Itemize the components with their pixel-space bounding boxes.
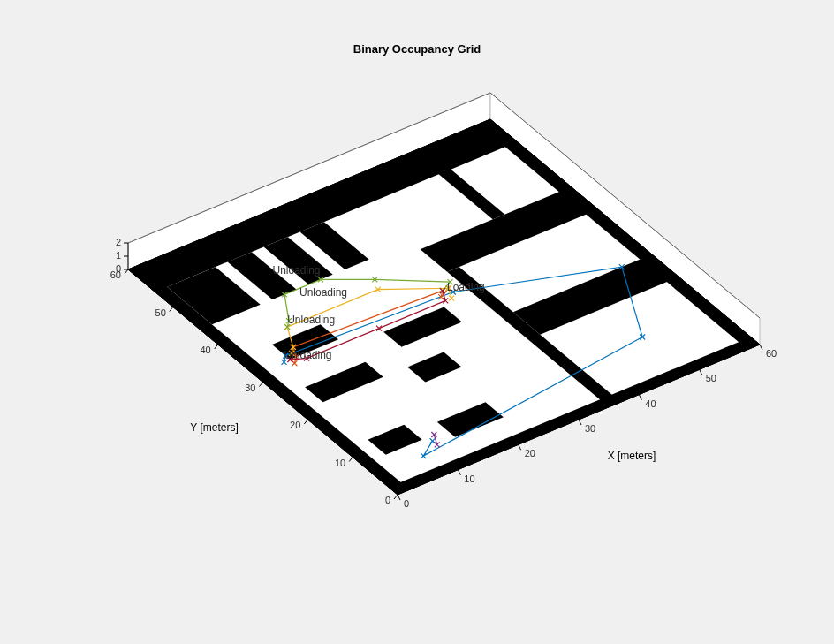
svg-line-35 xyxy=(760,345,762,350)
svg-line-25 xyxy=(458,470,460,475)
svg-line-37 xyxy=(394,495,398,499)
svg-text:0: 0 xyxy=(404,498,409,509)
svg-text:20: 20 xyxy=(290,420,300,430)
svg-line-47 xyxy=(170,307,173,312)
svg-text:10: 10 xyxy=(335,458,345,468)
svg-text:50: 50 xyxy=(706,373,716,383)
svg-line-43 xyxy=(260,383,263,387)
svg-text:10: 10 xyxy=(464,474,474,484)
svg-text:20: 20 xyxy=(525,448,535,458)
svg-text:2: 2 xyxy=(116,237,121,247)
svg-text:40: 40 xyxy=(200,345,210,355)
svg-text:Y [meters]: Y [meters] xyxy=(190,421,238,434)
svg-line-39 xyxy=(349,458,353,462)
svg-text:50: 50 xyxy=(155,307,166,318)
svg-line-31 xyxy=(639,395,641,400)
svg-line-23 xyxy=(398,495,400,500)
svg-line-29 xyxy=(579,420,581,425)
axes-svg: 01020304050600102030405060012X [meters]Y… xyxy=(62,35,786,601)
map-annotation: Loading xyxy=(447,281,485,293)
svg-text:30: 30 xyxy=(245,383,255,393)
axes-3d[interactable]: 01020304050600102030405060012X [meters]Y… xyxy=(62,35,786,601)
svg-line-41 xyxy=(304,420,307,424)
svg-text:40: 40 xyxy=(645,398,656,409)
svg-line-45 xyxy=(215,345,218,349)
svg-line-49 xyxy=(125,269,128,274)
svg-line-27 xyxy=(519,444,521,450)
svg-text:30: 30 xyxy=(585,423,595,434)
map-annotation: Unloading xyxy=(299,286,347,299)
map-annotation: Unloading xyxy=(273,264,321,277)
matlab-figure: Binary Occupancy Grid 010203040506001020… xyxy=(0,0,834,644)
map-annotation: Unloading xyxy=(287,314,335,326)
svg-text:X [meters]: X [meters] xyxy=(608,450,656,462)
svg-text:0: 0 xyxy=(385,495,390,505)
map-annotation: Unloading xyxy=(284,349,332,361)
svg-text:1: 1 xyxy=(116,250,121,261)
svg-line-33 xyxy=(700,369,702,375)
svg-text:0: 0 xyxy=(116,263,121,274)
svg-text:60: 60 xyxy=(766,348,777,359)
